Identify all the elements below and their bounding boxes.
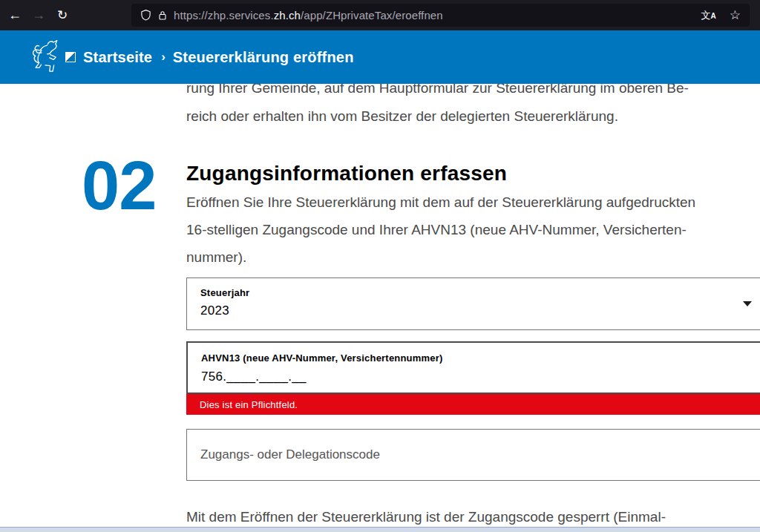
- translate-icon[interactable]: 文A: [701, 10, 716, 20]
- site-header: Startseite › Steuererklärung eröffnen: [0, 30, 760, 84]
- nav-buttons: ← → ↻: [5, 0, 72, 30]
- url-path: /app/ZHprivateTax/eroeffnen: [301, 9, 443, 22]
- footer-edge-strip: [0, 527, 760, 532]
- step-number: 02: [82, 157, 156, 214]
- breadcrumb-separator-icon: ›: [161, 50, 166, 65]
- forward-button[interactable]: →: [29, 6, 48, 25]
- zugangscode-input[interactable]: Zugangs- oder Delegationscode: [186, 429, 760, 481]
- url-bar[interactable]: https://zhp.services.zh.ch/app/ZHprivate…: [131, 4, 750, 27]
- urlbar-actions: 文A ☆: [701, 9, 741, 22]
- lock-icon[interactable]: [158, 10, 167, 21]
- ahvn13-label: AHVN13 (neue AHV-Nummer, Versichertennum…: [201, 352, 442, 364]
- url-domain: zh.ch: [274, 9, 301, 22]
- step-description-line: nummer).: [186, 243, 695, 271]
- url-text: https://zhp.services.zh.ch/app/ZHprivate…: [174, 9, 443, 22]
- step-title: Zugangsinformationen erfassen: [186, 160, 507, 187]
- url-prefix: https://zhp.services.: [174, 9, 274, 22]
- back-button[interactable]: ←: [5, 6, 24, 25]
- breadcrumb-item-current: Steuererklärung eröffnen: [173, 49, 354, 66]
- reload-button[interactable]: ↻: [53, 6, 72, 25]
- breadcrumb-item-startseite[interactable]: Startseite: [83, 49, 152, 66]
- zurich-lion-logo-icon: [27, 36, 64, 78]
- zugangscode-placeholder: Zugangs- oder Delegationscode: [200, 430, 380, 480]
- steuerjahr-value[interactable]: 2023: [200, 303, 229, 318]
- intro-line: reich oder erhalten ihn vom Besitzer der…: [186, 102, 689, 131]
- step-description-line: Eröffnen Sie Ihre Steuererklärung mit de…: [186, 188, 695, 216]
- zurich-flag-icon: [65, 52, 76, 62]
- step-description: Eröffnen Sie Ihre Steuererklärung mit de…: [186, 188, 695, 271]
- steuerjahr-select[interactable]: Steuerjahr 2023: [186, 278, 760, 330]
- ahvn13-value[interactable]: 756.____.____.__: [201, 370, 307, 384]
- bookmark-star-icon[interactable]: ☆: [730, 9, 741, 22]
- ahvn13-error-banner: Dies ist ein Pflichtfeld.: [186, 394, 760, 415]
- ahvn13-error-text: Dies ist ein Pflichtfeld.: [200, 399, 298, 410]
- steuerjahr-label: Steuerjahr: [200, 287, 249, 298]
- chevron-down-icon: [743, 301, 752, 306]
- browser-window: ← → ↻ https://zhp.services.zh.ch/app/ZHp…: [0, 0, 760, 532]
- shield-icon[interactable]: [140, 9, 151, 22]
- browser-toolbar: ← → ↻ https://zhp.services.zh.ch/app/ZHp…: [0, 0, 760, 30]
- ahvn13-input[interactable]: AHVN13 (neue AHV-Nummer, Versichertennum…: [186, 341, 760, 394]
- step-description-line: 16-stelligen Zugangscode und Ihrer AHVN1…: [186, 216, 695, 243]
